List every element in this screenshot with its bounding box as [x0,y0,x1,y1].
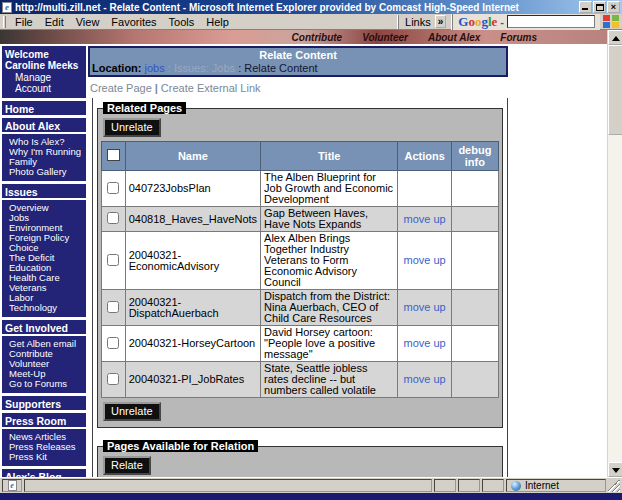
sidebar-link-labor[interactable]: Labor [9,293,84,303]
vertical-scrollbar[interactable] [607,30,622,477]
sidebar-link-choice[interactable]: Choice [9,243,84,253]
scrollbar-thumb[interactable] [608,45,622,135]
row-debug [451,362,498,398]
row-name: 040818_Haves_HaveNots [125,207,260,232]
banner-nav-forums[interactable]: Forums [500,32,537,43]
menu-tools[interactable]: Tools [163,15,201,29]
links-toolbar[interactable]: Links » [398,15,452,29]
banner-nav-contribute[interactable]: Contribute [292,32,343,43]
sidebar-link-overview[interactable]: Overview [9,203,84,213]
sidebar-item-issues[interactable]: Issues [2,184,86,198]
move-up-link[interactable]: move up [404,337,446,349]
google-dropdown-icon[interactable]: - [500,16,504,28]
welcome-box: Welcome Caroline Meeks Manage Account [2,46,86,98]
relate-button[interactable]: Relate [103,456,151,475]
row-debug [451,207,498,232]
location-label: Location: [92,62,142,74]
row-checkbox[interactable] [107,337,119,349]
toolbar-grip[interactable] [3,16,6,28]
status-message-panel [24,479,432,492]
chevron-expand-icon[interactable]: » [435,15,447,28]
banner-nav-volunteer[interactable]: Volunteer [362,32,408,43]
sidebar-item-press-room[interactable]: Press Room [2,413,86,427]
sidebar-link-jobs[interactable]: Jobs [9,213,84,223]
move-up-link[interactable]: move up [404,301,446,313]
minimize-button[interactable] [579,1,592,13]
sidebar-link-education[interactable]: Education [9,263,84,273]
arrow-up-icon [612,36,620,41]
row-checkbox[interactable] [107,212,119,224]
scroll-up-button[interactable] [608,30,622,45]
row-debug [451,232,498,290]
row-title: Gap Between Haves, Have Nots Expands [261,207,398,232]
sidebar-link-family[interactable]: Family [9,157,84,167]
sidebar-link-the-deficit[interactable]: The Deficit [9,253,84,263]
banner-nav-about-alex[interactable]: About Alex [428,32,480,43]
unrelate-button-top[interactable]: Unrelate [103,118,161,137]
close-button[interactable]: × [607,1,620,13]
move-up-link[interactable]: move up [404,254,446,266]
arrow-down-icon [612,468,620,473]
menu-view[interactable]: View [70,15,106,29]
move-up-link[interactable]: move up [404,213,446,225]
unrelate-button-bottom[interactable]: Unrelate [103,402,161,421]
status-bar: e Internet [0,477,622,493]
row-checkbox[interactable] [107,301,119,313]
sidebar-link-photo-gallery[interactable]: Photo Gallery [9,167,84,177]
resize-grip[interactable] [608,480,620,492]
relation-frame: Related Pages Unrelate Name Title Action… [92,98,508,477]
location-current: Relate Content [244,62,317,74]
menu-help[interactable]: Help [200,15,235,29]
sidebar-item-get-involved[interactable]: Get Involved [2,320,86,334]
google-logo[interactable]: Google [458,14,497,30]
menu-edit[interactable]: Edit [39,15,70,29]
google-search-input[interactable] [507,15,595,28]
available-pages-legend: Pages Available for Relation [103,440,258,452]
sidebar-item-alexs-blog[interactable]: Alex's Blog [2,469,86,477]
sidebar-link-press-releases[interactable]: Press Releases [9,442,84,452]
table-row: 20040321-HorseyCartoon David Horsey cart… [102,326,499,362]
row-checkbox[interactable] [107,254,119,266]
sidebar-link-get-alben-email[interactable]: Get Alben email [9,339,84,349]
scroll-down-button[interactable] [608,462,622,477]
select-all-header[interactable] [102,142,126,171]
sidebar-item-home[interactable]: Home [2,101,86,115]
sidebar-link-volunteer[interactable]: Volunteer [9,359,84,369]
menu-file[interactable]: File [9,15,39,29]
manage-account-link[interactable]: Manage Account [5,72,83,94]
sidebar-section-issues: Issues Overview Jobs Environment Foreign… [2,184,86,317]
sidebar-item-about-alex[interactable]: About Alex [2,118,86,132]
sidebar-link-press-kit[interactable]: Press Kit [9,452,84,462]
welcome-label: Welcome [5,49,83,60]
sidebar-link-go-to-forums[interactable]: Go to Forums [9,379,84,389]
location-jobs-link[interactable]: jobs [145,62,165,74]
sidebar-link-technology[interactable]: Technology [9,303,84,313]
desktop-edge [0,493,622,500]
status-zone-panel: Internet [506,479,606,492]
create-external-link[interactable]: Create External Link [161,82,261,94]
globe-icon [511,481,521,491]
sidebar-link-health-care[interactable]: Health Care [9,273,84,283]
page-header-bar: Relate Content Location: jobs : Issues: … [88,46,508,77]
sidebar-link-contribute[interactable]: Contribute [9,349,84,359]
checkbox-icon[interactable] [107,149,120,161]
user-name: Caroline Meeks [5,60,83,71]
row-checkbox[interactable] [107,182,119,194]
status-page-panel: e [2,479,22,492]
sidebar-link-why-im-running[interactable]: Why I'm Running [9,147,84,157]
sidebar-link-who-is-alex[interactable]: Who Is Alex? [9,137,84,147]
move-up-link[interactable]: move up [404,373,446,385]
maximize-button[interactable] [593,1,606,13]
sidebar-item-supporters[interactable]: Supporters [2,396,86,410]
row-checkbox[interactable] [107,373,119,385]
create-page-link[interactable]: Create Page [90,82,152,94]
sidebar-link-news-articles[interactable]: News Articles [9,432,84,442]
sidebar-link-foreign-policy[interactable]: Foreign Policy [9,233,84,243]
page-title: Relate Content [92,49,504,61]
table-row: 20040321-DispatchAuerbach Dispatch from … [102,290,499,326]
menu-favorites[interactable]: Favorites [105,15,162,29]
sidebar-link-meet-up[interactable]: Meet-Up [9,369,84,379]
sidebar-link-environment[interactable]: Environment [9,223,84,233]
sidebar-link-veterans[interactable]: Veterans [9,283,84,293]
row-title: David Horsey cartoon: "People love a pos… [261,326,398,362]
